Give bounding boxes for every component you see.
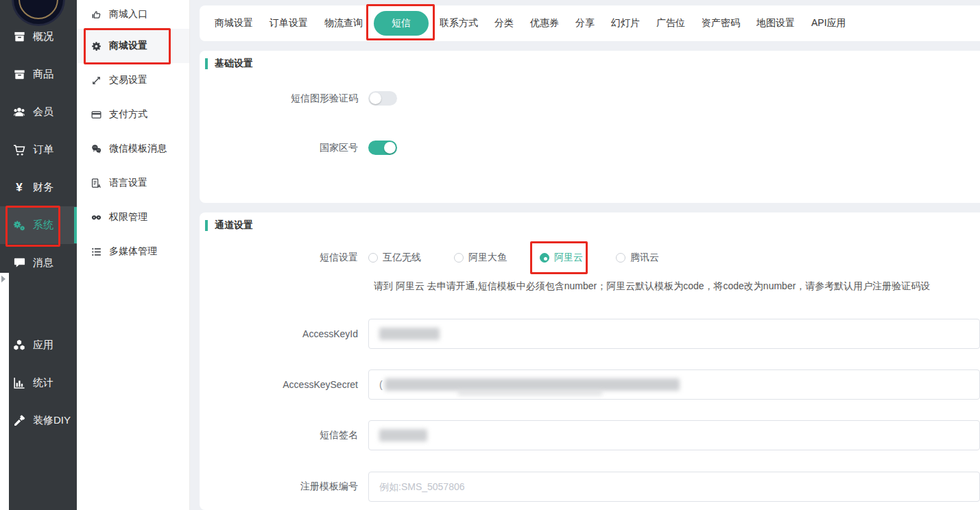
system-gears-icon — [12, 219, 26, 232]
sidebar-item-overview[interactable]: 概况 — [0, 18, 77, 56]
field-label: 注册模板编号 — [200, 481, 358, 493]
submenu-item-media-manager[interactable]: 多媒体管理 — [77, 234, 189, 269]
tab-contact[interactable]: 联系方式 — [431, 17, 486, 29]
sidebar-item-stats[interactable]: 统计 — [0, 364, 77, 402]
thumb-up-icon — [91, 9, 102, 21]
register-template-input-wrap[interactable] — [368, 472, 980, 502]
submenu-item-label: 语言设置 — [109, 177, 147, 189]
radio-huyi-wireless[interactable]: 互亿无线 — [368, 252, 421, 264]
sidebar-item-apps[interactable]: 应用 — [0, 326, 77, 364]
redacted-value-line2 — [458, 390, 602, 396]
field-label: AccessKeySecret — [200, 379, 358, 390]
submenu-item-label: 支付方式 — [109, 108, 147, 121]
overview-box-icon — [12, 30, 26, 44]
country-code-toggle[interactable] — [368, 141, 397, 155]
submenu-item-mall-entry[interactable]: 商城入口 — [77, 0, 189, 29]
stats-chart-icon — [12, 376, 26, 390]
toggle-knob — [370, 93, 381, 104]
register-template-row: 注册模板编号 — [200, 472, 980, 502]
section-title-text: 基础设置 — [215, 58, 253, 70]
submenu-item-wechat-template[interactable]: 微信模板消息 — [77, 132, 189, 166]
wechat-icon — [91, 143, 102, 155]
tab-share[interactable]: 分享 — [567, 17, 603, 29]
basic-settings-card: 基础设置 短信图形验证码 国家区号 — [200, 51, 980, 203]
sidebar-item-orders[interactable]: 订单 — [0, 131, 77, 169]
settings-tabbar: 商城设置 订单设置 物流查询 短信 联系方式 分类 优惠券 分享 幻灯片 广告位… — [200, 5, 980, 41]
sidebar-item-label: 会员 — [33, 106, 53, 119]
aliyun-help-text: 请到 阿里云 去申请开通,短信模板中必须包含number；阿里云默认模板为cod… — [374, 280, 930, 293]
radio-label: 腾讯云 — [630, 252, 659, 264]
field-label: 短信设置 — [200, 252, 358, 264]
tab-sms[interactable]: 短信 — [374, 11, 429, 36]
tab-ad-slot[interactable]: 广告位 — [648, 17, 693, 29]
register-template-input[interactable] — [379, 481, 928, 492]
field-label: 短信图形验证码 — [200, 93, 358, 105]
sidebar-item-members[interactable]: 会员 — [0, 93, 77, 131]
app-root: 概况 商品 会员 订单 ¥ 财务 — [0, 0, 980, 510]
goods-box-icon — [12, 68, 26, 82]
main-content: 商城设置 订单设置 物流查询 短信 联系方式 分类 优惠券 分享 幻灯片 广告位… — [190, 0, 980, 510]
sidebar-item-label: 消息 — [33, 256, 53, 269]
redacted-prefix: ( — [379, 379, 383, 390]
main-sidebar: 概况 商品 会员 订单 ¥ 财务 — [0, 0, 77, 510]
submenu-item-language-settings[interactable]: 语言设置 — [77, 166, 189, 200]
tab-logistics-query[interactable]: 物流查询 — [316, 17, 371, 29]
sidebar-item-label: 应用 — [33, 339, 53, 352]
tab-api-app[interactable]: API应用 — [803, 17, 854, 29]
tab-asset-password[interactable]: 资产密码 — [693, 17, 748, 29]
sidebar-item-system[interactable]: 系统 — [0, 206, 77, 244]
sidebar-item-label: 统计 — [33, 376, 53, 389]
title-accent-bar — [205, 220, 208, 231]
diy-hammer-icon — [12, 414, 26, 428]
radio-aliyun[interactable]: 阿里云 — [540, 252, 583, 264]
sidebar-spacer — [0, 282, 77, 326]
radio-label: 阿里大鱼 — [468, 252, 507, 264]
tab-category[interactable]: 分类 — [486, 17, 522, 29]
radio-ali-dayu[interactable]: 阿里大鱼 — [454, 252, 507, 264]
submenu-item-trade-settings[interactable]: 交易设置 — [77, 63, 189, 97]
section-title-basic: 基础设置 — [205, 58, 253, 70]
radio-circle-icon — [540, 253, 549, 263]
submenu-item-permissions[interactable]: 权限管理 — [77, 200, 189, 234]
radio-tencent-cloud[interactable]: 腾讯云 — [616, 252, 659, 264]
sidebar-item-messages[interactable]: 消息 — [0, 244, 77, 282]
submenu-item-payment-methods[interactable]: 支付方式 — [77, 97, 189, 132]
language-icon — [91, 178, 102, 189]
section-title-text: 通道设置 — [215, 219, 253, 232]
sidebar-item-label: 装修DIY — [33, 414, 71, 427]
submenu-item-label: 商城设置 — [109, 40, 147, 52]
tab-order-settings[interactable]: 订单设置 — [261, 17, 316, 29]
radio-circle-icon — [454, 253, 464, 263]
apps-cubes-icon — [12, 339, 26, 352]
accesskeysecret-row: AccessKeySecret ( — [200, 369, 980, 400]
gear-icon — [91, 40, 102, 52]
submenu-item-label: 商城入口 — [109, 8, 147, 21]
exchange-arrows-icon — [91, 75, 102, 86]
collapse-handle[interactable] — [0, 273, 9, 510]
toggle-knob — [384, 142, 396, 154]
radio-circle-icon — [368, 253, 378, 263]
country-code-row: 国家区号 — [200, 141, 980, 155]
submenu-item-mall-settings[interactable]: 商城设置 — [77, 29, 189, 63]
redacted-value — [379, 429, 427, 441]
sms-captcha-toggle[interactable] — [368, 91, 397, 106]
sms-signature-input[interactable] — [368, 420, 980, 450]
tab-mall-settings[interactable]: 商城设置 — [206, 17, 261, 29]
sidebar-item-finance[interactable]: ¥ 财务 — [0, 169, 77, 206]
accesskeyid-input[interactable] — [368, 319, 980, 349]
section-title-channel: 通道设置 — [205, 219, 253, 232]
sidebar-item-goods[interactable]: 商品 — [0, 56, 77, 93]
tab-slideshow[interactable]: 幻灯片 — [603, 17, 648, 29]
accesskeysecret-input[interactable]: ( — [368, 369, 980, 400]
sidebar-item-label: 财务 — [33, 181, 53, 194]
accesskeyid-row: AccessKeyId — [200, 319, 980, 349]
sidebar-item-diy[interactable]: 装修DIY — [0, 402, 77, 439]
members-icon — [12, 106, 26, 119]
sidebar-item-label: 订单 — [33, 143, 53, 156]
tab-coupon[interactable]: 优惠券 — [522, 17, 567, 29]
tab-map-settings[interactable]: 地图设置 — [748, 17, 803, 29]
messages-bubble-icon — [12, 256, 26, 270]
submenu-item-label: 微信模板消息 — [109, 143, 167, 155]
sms-signature-row: 短信签名 — [200, 420, 980, 450]
sms-provider-row: 短信设置 互亿无线 阿里大鱼 阿里云 — [200, 252, 980, 264]
